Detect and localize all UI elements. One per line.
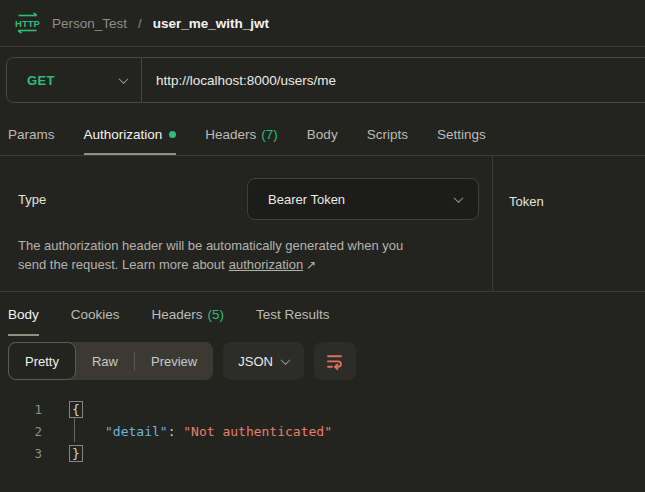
tab-response-cookies[interactable]: Cookies — [71, 292, 120, 336]
url-input[interactable] — [142, 58, 645, 102]
request-tabs: Params Authorization Headers (7) Body Sc… — [0, 113, 645, 156]
tab-scripts[interactable]: Scripts — [367, 113, 408, 155]
response-tabs: Body Cookies Headers (5) Test Results — [0, 291, 645, 336]
auth-type-dropdown[interactable]: Bearer Token — [247, 178, 479, 220]
json-value: "Not authenticated" — [183, 424, 332, 439]
indent-guide — [74, 418, 75, 442]
external-link-icon: ↗ — [306, 256, 316, 275]
response-body-viewer[interactable]: 1 { 2 "detail": "Not authenticated" 3 } — [0, 386, 645, 464]
response-headers-count-badge: (5) — [208, 307, 225, 322]
response-section: Body Cookies Headers (5) Test Results Pr… — [0, 291, 645, 464]
auth-token-pane: Token — [493, 156, 645, 291]
tab-settings[interactable]: Settings — [437, 113, 486, 155]
tab-test-results[interactable]: Test Results — [256, 292, 330, 336]
tab-params[interactable]: Params — [8, 113, 55, 155]
request-url-box: GET — [6, 57, 645, 103]
tab-headers[interactable]: Headers (7) — [205, 113, 278, 155]
token-label: Token — [509, 194, 544, 209]
http-icon: HTTP — [14, 11, 41, 35]
view-raw-button[interactable]: Raw — [76, 342, 134, 380]
view-preview-button[interactable]: Preview — [135, 342, 213, 380]
breadcrumb-request-name[interactable]: user_me_with_jwt — [153, 16, 269, 31]
headers-count-badge: (7) — [261, 127, 278, 142]
method-dropdown[interactable]: GET — [7, 58, 141, 102]
wrap-line-icon — [325, 353, 344, 370]
view-pretty-button[interactable]: Pretty — [8, 342, 76, 380]
tab-authorization[interactable]: Authorization — [84, 113, 177, 155]
authorization-docs-link[interactable]: authorization — [229, 257, 303, 272]
code-line: 3 } — [0, 442, 645, 464]
format-dropdown[interactable]: JSON — [223, 342, 304, 380]
line-number: 3 — [0, 446, 42, 461]
tab-response-headers[interactable]: Headers (5) — [152, 292, 225, 336]
code-line: 1 { — [0, 398, 645, 420]
authorization-panel: Type Bearer Token The authorization head… — [0, 156, 645, 291]
auth-active-dot-icon — [169, 131, 176, 138]
json-key: "detail" — [105, 424, 168, 439]
auth-type-value: Bearer Token — [268, 192, 345, 207]
wrap-line-button[interactable] — [314, 342, 356, 380]
request-header: HTTP Person_Test / user_me_with_jwt — [0, 0, 645, 47]
auth-type-label: Type — [18, 192, 46, 207]
chevron-down-icon — [454, 193, 464, 203]
method-label: GET — [27, 73, 120, 88]
line-number: 2 — [0, 424, 42, 439]
line-number: 1 — [0, 402, 42, 417]
close-brace: } — [69, 445, 83, 462]
chevron-down-icon — [280, 355, 290, 365]
chevron-down-icon — [119, 74, 129, 84]
svg-text:HTTP: HTTP — [15, 18, 40, 29]
breadcrumb-collection[interactable]: Person_Test — [52, 16, 127, 31]
auth-type-row: Type Bearer Token — [0, 156, 492, 220]
request-url-row: GET — [0, 47, 645, 113]
response-toolbar: Pretty Raw Preview JSON — [0, 336, 645, 386]
open-brace: { — [69, 401, 83, 418]
breadcrumb-separator: / — [138, 16, 142, 31]
tab-response-body[interactable]: Body — [8, 292, 39, 336]
tab-body[interactable]: Body — [307, 113, 338, 155]
view-mode-switch: Pretty Raw Preview — [8, 342, 213, 380]
auth-help-text: The authorization header will be automat… — [18, 237, 474, 274]
code-line: 2 "detail": "Not authenticated" — [0, 420, 645, 442]
auth-config-pane: Type Bearer Token The authorization head… — [0, 156, 493, 291]
